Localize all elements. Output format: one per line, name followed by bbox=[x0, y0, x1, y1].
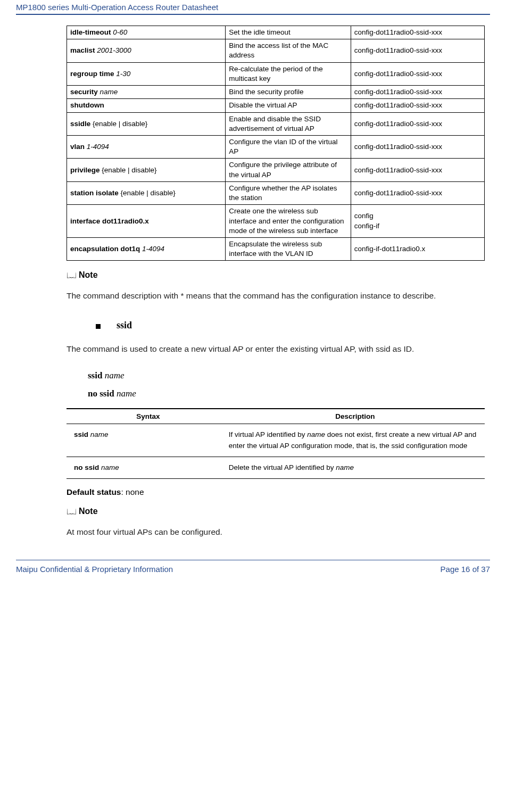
header-rule bbox=[16, 14, 490, 15]
description-col-header: Description bbox=[226, 409, 485, 424]
syntax-table: Syntax Description ssid nameIf virtual A… bbox=[67, 408, 485, 479]
table-row: station isolate {enable | disable}Config… bbox=[67, 181, 485, 204]
note-body-1: The command description with * means tha… bbox=[67, 287, 485, 304]
table-row: regroup time 1-30Re-calculate the period… bbox=[67, 62, 485, 85]
table-row: privilege {enable | disable}Configure th… bbox=[67, 159, 485, 181]
command-table: idle-timeout 0-60Set the idle timeoutcon… bbox=[67, 26, 485, 261]
book-icon bbox=[67, 507, 79, 516]
square-bullet-icon bbox=[96, 324, 101, 329]
note-heading-2: Note bbox=[67, 507, 485, 516]
table-row: vlan 1-4094Configure the vlan ID of the … bbox=[67, 135, 485, 158]
section-desc: The command is used to create a new virt… bbox=[67, 341, 485, 357]
footer-right: Page 16 of 37 bbox=[441, 565, 490, 574]
table-row: ssid nameIf virtual AP identified by nam… bbox=[67, 424, 485, 457]
table-row: maclist 2001-3000Bind the access list of… bbox=[67, 39, 485, 62]
table-row: encapsulation dot1q 1-4094Encapsulate th… bbox=[67, 237, 485, 260]
table-row: shutdownDisable the virtual APconfig-dot… bbox=[67, 99, 485, 112]
syntax-col-header: Syntax bbox=[67, 409, 226, 424]
section-heading-ssid: ssid bbox=[96, 320, 485, 331]
note-heading-1: Note bbox=[67, 270, 485, 280]
table-row: idle-timeout 0-60Set the idle timeoutcon… bbox=[67, 26, 485, 39]
footer-left: Maipu Confidential & Proprietary Informa… bbox=[16, 565, 173, 574]
syntax-forms: ssid name no ssid name bbox=[88, 367, 485, 403]
table-row: security nameBind the security profileco… bbox=[67, 86, 485, 99]
table-row: no ssid nameDelete the virtual AP identi… bbox=[67, 457, 485, 478]
table-row: interface dot11radio0.xCreate one the wi… bbox=[67, 205, 485, 238]
doc-header: MP1800 series Multi-Operation Access Rou… bbox=[16, 3, 490, 12]
table-row: ssidIe {enable | disable}Enable and disa… bbox=[67, 112, 485, 135]
note-body-2: At most four virtual APs can be configur… bbox=[67, 524, 485, 540]
page-footer: Maipu Confidential & Proprietary Informa… bbox=[0, 560, 506, 579]
default-status: Default status: none bbox=[67, 487, 485, 497]
book-icon bbox=[67, 270, 79, 279]
